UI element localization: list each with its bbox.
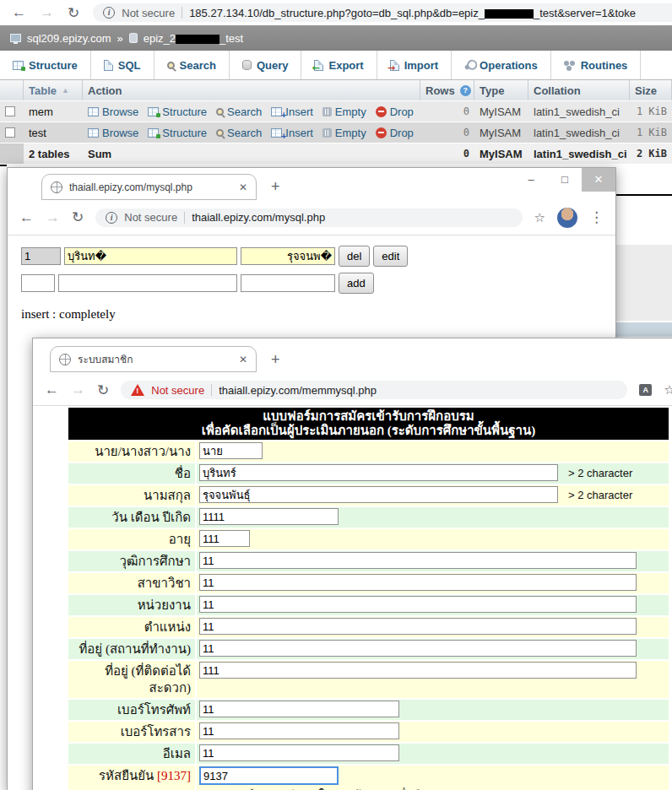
major-input[interactable] (199, 574, 637, 591)
address-bar[interactable]: Not secure thaiall.epizy.com/memmysql.ph… (121, 381, 627, 399)
record-name-field[interactable] (64, 247, 237, 265)
action-empty[interactable]: Empty (322, 106, 366, 118)
edit-button[interactable]: edit (373, 246, 408, 267)
del-button[interactable]: del (339, 246, 370, 267)
record-surname-field[interactable] (241, 247, 335, 265)
breadcrumb-server[interactable]: sql209.epizy.com (27, 32, 111, 45)
action-drop[interactable]: Drop (376, 106, 414, 118)
info-icon[interactable]: i (103, 7, 115, 19)
table-name[interactable]: mem (24, 101, 83, 122)
action-insert[interactable]: Insert (271, 127, 313, 139)
new-tab-button[interactable]: + (271, 351, 280, 369)
empty-icon (322, 107, 332, 116)
action-empty[interactable]: Empty (322, 127, 366, 139)
new-tab-button[interactable]: + (271, 178, 280, 196)
column-rows: Rows ? (420, 80, 474, 100)
form-row: ที่อยู่ (ที่ติดต่อได้สะดวก) (68, 661, 669, 698)
reload-icon[interactable]: ↻ (72, 208, 84, 226)
add-button[interactable]: add (339, 273, 374, 294)
action-search[interactable]: Search (216, 106, 262, 118)
new-name-field[interactable] (58, 274, 237, 292)
action-drop[interactable]: Drop (376, 127, 414, 139)
action-browse[interactable]: Browse (88, 127, 138, 139)
work-address-input[interactable] (199, 640, 637, 657)
forward-icon[interactable]: → (46, 209, 60, 226)
tab-import[interactable]: Import (377, 51, 452, 79)
search-icon (167, 62, 175, 69)
maximize-button[interactable]: □ (548, 168, 582, 192)
back-icon[interactable]: ← (45, 381, 59, 398)
contact-address-input[interactable] (199, 662, 637, 679)
column-type: Type (474, 80, 528, 100)
last-name-input[interactable] (199, 486, 558, 503)
action-structure[interactable]: Structure (148, 127, 207, 139)
close-button[interactable]: ✕ (582, 168, 615, 192)
forward-icon[interactable]: → (71, 381, 85, 398)
action-structure[interactable]: Structure (148, 106, 207, 118)
new-surname-field[interactable] (241, 274, 335, 292)
back-icon[interactable]: ← (19, 209, 34, 226)
action-browse[interactable]: Browse (88, 106, 138, 118)
tab-sql[interactable]: SQL (91, 51, 154, 79)
bookmark-star-icon[interactable]: ☆ (534, 210, 545, 225)
title-input[interactable] (199, 442, 263, 459)
record-id-field[interactable] (21, 247, 61, 265)
browser-toolbar: ← → ↻ Not secure thaiall.epizy.com/memmy… (33, 375, 672, 406)
form-title: แบบฟอร์มการสมัครเข้ารับการฝึกอบรม เพื่อค… (68, 408, 669, 440)
help-icon[interactable]: ? (460, 85, 471, 96)
reload-icon[interactable]: ↻ (97, 381, 109, 399)
tab-export[interactable]: Export (301, 51, 377, 79)
sum-collation: latin1_swedish_ci (528, 143, 630, 164)
action-search[interactable]: Search (216, 127, 262, 139)
row-checkbox[interactable] (5, 106, 15, 116)
tab-structure[interactable]: Structure (0, 51, 91, 79)
tab-close-icon[interactable]: ✕ (239, 181, 247, 193)
first-name-input[interactable] (199, 464, 558, 481)
table-name[interactable]: test (24, 122, 83, 143)
birthdate-input[interactable] (199, 508, 339, 525)
tab-operations[interactable]: Operations (452, 51, 551, 79)
position-input[interactable] (199, 618, 637, 635)
minimize-button[interactable]: – (514, 168, 548, 192)
column-table[interactable]: Table ▲ (24, 80, 83, 100)
member-registration-form: แบบฟอร์มการสมัครเข้ารับการฝึกอบรม เพื่อค… (67, 406, 670, 790)
field-label: สาขาวิชา (68, 573, 195, 593)
browser-tab[interactable]: ระบบสมาชิก ✕ (50, 346, 257, 372)
forward-icon[interactable]: → (40, 4, 54, 21)
new-id-field[interactable] (21, 274, 55, 292)
age-input[interactable] (199, 530, 250, 547)
address-bar[interactable]: i Not secure 185.27.134.10/db_structure.… (93, 3, 672, 22)
warning-icon[interactable] (131, 384, 144, 396)
search-icon (216, 129, 224, 137)
form-row: รหัสยืนยัน [9137] กรุณาพิมพ์ตัวเลขสีแดง … (68, 766, 669, 790)
redaction-box (485, 9, 534, 19)
form-row: วุฒิการศึกษา (68, 551, 669, 571)
back-icon[interactable]: ← (12, 4, 26, 21)
column-collation: Collation (528, 80, 630, 100)
education-input[interactable] (199, 552, 637, 569)
page-rule-fragment (0, 165, 7, 166)
profile-avatar[interactable] (557, 208, 577, 228)
tab-routines[interactable]: Routines (551, 51, 642, 79)
tab-close-icon[interactable]: ✕ (239, 354, 247, 365)
organization-input[interactable] (199, 596, 637, 613)
row-checkbox[interactable] (5, 127, 15, 138)
table-row-test: test Browse Structure Search Insert Empt… (0, 122, 672, 143)
reload-icon[interactable]: ↻ (68, 4, 79, 22)
action-insert[interactable]: Insert (271, 106, 313, 118)
email-input[interactable] (199, 744, 399, 761)
address-bar[interactable]: i Not secure thaiall.epizy.com/mysql.php (95, 208, 522, 227)
fax-input[interactable] (199, 722, 399, 739)
tab-query[interactable]: Query (230, 51, 302, 79)
info-icon[interactable]: i (106, 212, 117, 224)
phone-input[interactable] (199, 701, 399, 717)
confirm-code-input[interactable] (199, 766, 339, 785)
menu-dots-icon[interactable]: ⋮ (589, 208, 604, 226)
security-label: Not secure (151, 384, 204, 397)
breadcrumb-database[interactable]: epiz_2_test (144, 32, 244, 45)
translate-icon[interactable]: A (639, 384, 652, 396)
tab-search[interactable]: Search (154, 51, 230, 79)
browser-tab[interactable]: thaiall.epizy.com/mysql.php ✕ (41, 174, 257, 200)
bookmark-star-icon[interactable]: ☆ (664, 382, 672, 398)
browse-icon (88, 107, 99, 116)
